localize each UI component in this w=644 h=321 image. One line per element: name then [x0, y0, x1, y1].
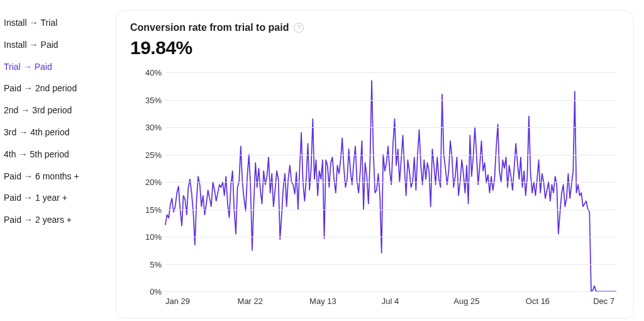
arrow-icon: → [24, 171, 33, 181]
sidebar-item-6[interactable]: 4th→5th period [4, 149, 116, 171]
chart-card: Conversion rate from trial to paid ? 19.… [116, 10, 634, 318]
sidebar-item-from: 2nd [4, 105, 18, 115]
sidebar-item-from: Paid [4, 215, 21, 225]
y-tick-label: 0% [130, 287, 162, 296]
sidebar-item-to: Paid [35, 62, 52, 72]
x-tick-label: May 13 [309, 296, 336, 306]
y-tick-label: 40% [130, 68, 162, 77]
sidebar-item-to: 3rd period [32, 105, 72, 115]
sidebar-item-to: 6 months + [35, 171, 79, 181]
sidebar-item-from: Paid [4, 83, 21, 93]
arrow-icon: → [24, 83, 33, 93]
x-tick-label: Oct 16 [526, 296, 550, 306]
sidebar-item-to: 4th period [30, 127, 69, 137]
arrow-icon: → [24, 193, 33, 203]
y-tick-label: 35% [130, 95, 162, 104]
sidebar-item-8[interactable]: Paid→1 year + [4, 193, 116, 215]
y-tick-label: 5% [130, 259, 162, 269]
y-tick-label: 10% [130, 232, 162, 242]
plot-area [165, 72, 616, 291]
arrow-icon: → [18, 149, 27, 159]
arrow-icon: → [30, 18, 38, 28]
arrow-icon: → [23, 62, 32, 72]
sidebar-item-from: 4th [4, 149, 16, 159]
x-tick-label: Jul 4 [382, 296, 399, 306]
sidebar-item-from: Trial [4, 62, 21, 72]
sidebar-item-from: Paid [4, 171, 21, 181]
gridline [165, 264, 616, 265]
x-axis: Jan 29Mar 22May 13Jul 4Aug 25Oct 16Dec 7 [165, 293, 616, 310]
x-tick-label: Mar 22 [238, 296, 263, 306]
arrow-icon: → [21, 105, 30, 115]
gridline [165, 155, 616, 155]
sidebar-item-7[interactable]: Paid→6 months + [4, 171, 116, 193]
x-tick-label: Dec 7 [593, 296, 614, 306]
sidebar-item-3[interactable]: Paid→2nd period [4, 83, 116, 105]
chart-title: Conversion rate from trial to paid [130, 22, 289, 33]
arrow-icon: → [19, 127, 28, 137]
x-tick-label: Aug 25 [453, 296, 479, 306]
sidebar-item-4[interactable]: 2nd→3rd period [4, 105, 116, 127]
sidebar-item-9[interactable]: Paid→2 years + [4, 215, 116, 237]
y-tick-label: 30% [130, 123, 162, 132]
sidebar-item-to: Paid [41, 40, 58, 50]
sidebar: Install→TrialInstall→PaidTrial→PaidPaid→… [0, 0, 116, 321]
y-tick-label: 25% [130, 150, 162, 159]
sidebar-item-to: 2nd period [35, 83, 77, 93]
y-tick-label: 15% [130, 205, 162, 214]
sidebar-item-to: 1 year + [35, 193, 67, 203]
gridline [165, 72, 616, 73]
sidebar-item-from: Paid [4, 193, 21, 203]
sidebar-item-from: Install [4, 40, 27, 50]
help-icon[interactable]: ? [294, 23, 304, 33]
sidebar-item-to: 2 years + [35, 215, 72, 225]
gridline [165, 127, 616, 128]
gridline [165, 291, 616, 292]
sidebar-item-from: 3rd [4, 127, 16, 137]
sidebar-item-to: Trial [41, 18, 58, 28]
headline-value: 19.84% [130, 37, 619, 59]
gridline [165, 100, 616, 101]
arrow-icon: → [24, 215, 33, 225]
sidebar-item-2[interactable]: Trial→Paid [4, 62, 116, 84]
sidebar-item-0[interactable]: Install→Trial [4, 18, 116, 40]
arrow-icon: → [30, 40, 38, 50]
sidebar-item-from: Install [4, 18, 27, 28]
chart-area: Jan 29Mar 22May 13Jul 4Aug 25Oct 16Dec 7… [130, 72, 619, 310]
sidebar-item-1[interactable]: Install→Paid [4, 40, 116, 62]
gridline [165, 182, 616, 183]
x-tick-label: Jan 29 [165, 296, 190, 306]
sidebar-item-5[interactable]: 3rd→4th period [4, 127, 116, 149]
gridline [165, 210, 616, 210]
gridline [165, 237, 616, 237]
y-tick-label: 20% [130, 177, 162, 187]
sidebar-item-to: 5th period [30, 149, 69, 159]
